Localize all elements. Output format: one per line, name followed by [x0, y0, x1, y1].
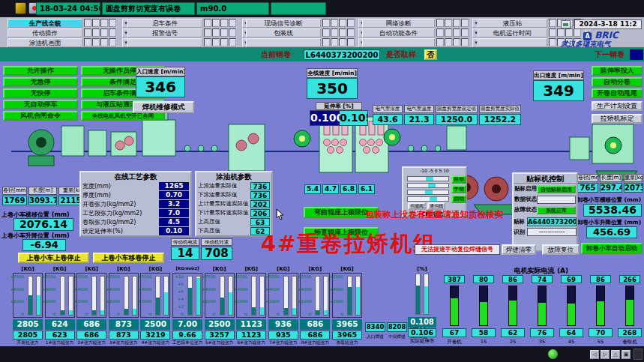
function-button[interactable]: 生产计划设置	[592, 101, 643, 111]
gauge-bar-fill	[100, 310, 104, 315]
coil-bar: 当前钢卷 L6440373200200 是否取样 否 下一钢卷	[0, 48, 644, 61]
menu-button-blank[interactable]	[478, 38, 547, 47]
process-params-rows: 宽度(mm)1265厚度(mm)0.70开卷张力(kg/mm2)3.2工艺段张力…	[81, 181, 190, 235]
taskbar-edge-icon[interactable]	[634, 349, 643, 360]
menu-cell	[229, 38, 236, 46]
status-button[interactable]: 无快停	[3, 88, 78, 98]
gauge-set-bar	[124, 276, 129, 316]
app-logo-icon[interactable]	[15, 2, 26, 14]
gauge-actual-value: 2805	[13, 331, 43, 340]
labeler-status-button[interactable]: 系统正常	[537, 206, 576, 214]
param-label: 上涂油量实际值	[198, 182, 238, 190]
sample-toggle[interactable]: 否	[424, 49, 437, 60]
next-coil-value	[630, 49, 643, 60]
weld-position-label: 入口焊缝	[365, 334, 385, 340]
elongation-gauge: [%] 0.108 0.106 实际延伸率	[408, 266, 436, 346]
gauge-label: 2#张力辊张力	[75, 340, 108, 345]
function-button[interactable]: 延伸率投入	[592, 66, 643, 76]
param-value: 1265	[159, 182, 189, 190]
menu-button-blank[interactable]	[127, 38, 202, 47]
window-home-icon[interactable]: ▣	[622, 350, 631, 359]
gauge-tick: +2000	[329, 299, 343, 304]
gauge-tick: +2000	[298, 299, 312, 304]
motor-panel-title: 电机实际电流 (A)	[439, 266, 644, 275]
menu-button-涂油机画面[interactable]: 涂油机画面	[7, 38, 82, 47]
function-button[interactable]: 开卷自动甩尾	[592, 88, 643, 98]
gauge-unit: [KG]	[300, 266, 330, 273]
next-coil-label: 下一钢卷	[595, 49, 625, 60]
drive-label: 传动机电流	[171, 238, 199, 246]
printer-icon[interactable]	[561, 20, 571, 28]
motor-label: 2S	[499, 339, 526, 345]
cpc-scale: -10 -5 0 5 10	[403, 168, 466, 174]
gauge-actual-bar	[68, 276, 73, 316]
menu-button-生产线全貌[interactable]: 生产线全貌	[7, 19, 82, 28]
menu-button-现场信号诊断[interactable]: 现场信号诊断	[246, 19, 321, 28]
coil-info-header: 重量[kg]	[624, 174, 643, 182]
function-button[interactable]: 自动分卷	[592, 77, 643, 87]
cpc-bar-marker	[426, 177, 433, 181]
labeler-status-button[interactable]: 自动贴标启用	[537, 185, 576, 193]
cpc-mode-button[interactable]: 自动	[451, 175, 466, 184]
cpc-mode-button[interactable]: 手动	[451, 185, 466, 193]
gauge-tick: -0	[211, 312, 215, 316]
labeler-rows: 贴标启用自动贴标启用数据状态故障状态系统正常	[514, 184, 577, 215]
menu-cell	[557, 28, 565, 37]
status-button[interactable]: 风机合闸命令	[3, 111, 78, 121]
window-nav-left-icon[interactable]: ◁	[590, 350, 599, 359]
window-nav-right-icon[interactable]: ▷	[601, 350, 610, 359]
menu-button-报警信号[interactable]: 报警信号	[127, 28, 202, 37]
status-tray-icon[interactable]	[548, 349, 558, 359]
labeler-tag-label: 贴标	[514, 218, 527, 226]
labeler-id-value: ------------	[527, 228, 577, 236]
coil-car-stop-button[interactable]: 上卷小车上卷停止	[18, 253, 89, 263]
system-date: 2024-3-18 11:2	[574, 19, 642, 29]
menu-button-网络诊断[interactable]: 网络诊断	[362, 19, 435, 28]
menu-cell	[549, 38, 556, 46]
param-value: 63	[250, 218, 270, 226]
gauge-actual-value: 1123	[236, 331, 266, 340]
alarm-value: m90.0	[196, 2, 269, 15]
status-button[interactable]: 无急停	[3, 77, 78, 87]
status-button[interactable]: 无自动停车	[3, 100, 78, 109]
gauge-tick: +2000	[42, 299, 56, 304]
menu-button-包装线[interactable]: 包装线	[246, 28, 321, 37]
tension-gauge: [KG]+5500+4000+2000-06866862#张力辊张力	[76, 266, 106, 346]
function-button[interactable]: 拉矫机标定	[592, 114, 643, 124]
param-row: 下计量泵转速实际值206	[196, 208, 271, 217]
gauge-tick: +2000	[265, 299, 280, 304]
param-label: 宽度(mm)	[82, 182, 111, 190]
motor-column: 74763S	[529, 275, 556, 346]
menu-cell	[100, 38, 108, 46]
menu-button-电机运行时间[interactable]: 电机运行时间	[478, 28, 547, 37]
menu-button-启车条件[interactable]: 启车条件	[127, 19, 202, 28]
window-up-icon[interactable]: △	[611, 350, 620, 359]
exit-car-auto-start-button[interactable]: 卸卷小车自动启动	[581, 243, 643, 254]
menu-cell	[436, 28, 444, 37]
labeler-row-label: 贴标启用	[514, 185, 537, 193]
weld-clear-button[interactable]: 焊缝清零	[502, 244, 536, 255]
weld-repair-mode-button[interactable]: 焊机维修模式	[133, 101, 194, 113]
menu-button-blank[interactable]	[362, 38, 435, 47]
gauge-set-value: 1123	[236, 319, 266, 330]
menu-button-传动操作[interactable]: 传动操作	[7, 28, 82, 37]
motor-bar-track	[508, 286, 517, 326]
menu-button-blank[interactable]	[246, 38, 321, 47]
elongation-set-value[interactable]: 0.100	[310, 111, 340, 125]
cpc-mode-button[interactable]: 启动	[451, 195, 466, 203]
elongation-values: 0.100 0.105	[310, 110, 368, 126]
menu-cell	[109, 19, 116, 27]
gauge-unit: [KG]	[140, 266, 170, 273]
status-button[interactable]: 允许操作	[3, 66, 78, 76]
env-value: 1252.2	[479, 114, 521, 125]
coil-car-stop-button[interactable]: 上卷小车移卷停止	[93, 253, 164, 263]
gauge-actual-value: 623	[45, 331, 75, 340]
gauge-unit: [KG]	[45, 266, 75, 273]
current-coil-value: L6440373200200	[304, 49, 380, 60]
menu-button-自动功能条件[interactable]: 自动功能条件	[362, 28, 435, 37]
motor-bottom-value: 67	[442, 328, 466, 337]
menu-cell	[445, 28, 452, 37]
fault-reset-button[interactable]: 故障复位	[542, 244, 580, 255]
param-label: 开卷张力(kg/mm2)	[82, 200, 136, 208]
menu-button-液压站[interactable]: 液压站	[478, 19, 547, 28]
